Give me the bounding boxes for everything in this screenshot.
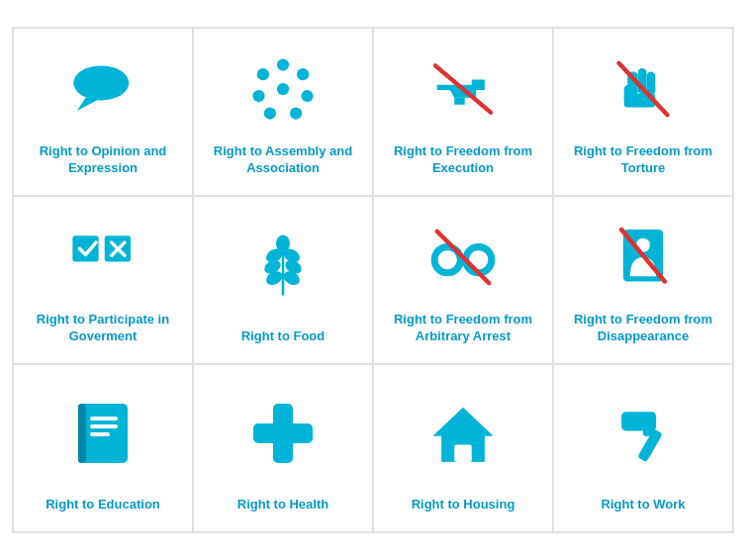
ballot-icon — [68, 223, 138, 292]
card-label: Right to Food — [241, 328, 325, 345]
card-food[interactable]: Right to Food — [193, 196, 373, 364]
svg-rect-39 — [90, 417, 118, 420]
card-label: Right to Education — [46, 497, 160, 513]
svg-rect-38 — [78, 404, 86, 463]
icon-area — [564, 380, 722, 487]
hammer-icon — [608, 399, 678, 468]
card-label: Right to Participate in Goverment — [24, 312, 182, 345]
card-work[interactable]: Right to Work — [553, 364, 733, 532]
hand-banned-icon — [608, 54, 678, 124]
house-icon — [428, 399, 498, 468]
svg-point-9 — [277, 82, 289, 94]
book-icon — [68, 399, 138, 468]
svg-point-5 — [290, 107, 302, 119]
svg-rect-43 — [253, 423, 313, 443]
card-label: Right to Freedom from Arbitrary Arrest — [384, 312, 542, 345]
card-label: Right to Freedom from Disappearance — [564, 312, 722, 345]
svg-point-0 — [73, 65, 129, 100]
card-freedom-execution[interactable]: Right to Freedom from Execution — [373, 28, 553, 196]
svg-rect-46 — [454, 444, 472, 462]
card-label: Right to Health — [237, 497, 328, 513]
card-label: Right to Assembly and Association — [204, 143, 362, 177]
svg-rect-41 — [90, 432, 110, 436]
speech-bubble-icon — [68, 54, 138, 124]
svg-rect-18 — [72, 235, 98, 261]
svg-rect-10 — [454, 97, 465, 104]
svg-marker-44 — [432, 408, 493, 436]
svg-point-8 — [257, 68, 269, 80]
svg-point-2 — [277, 58, 289, 70]
rights-grid: Right to Opinion and Expression Right to… — [12, 27, 734, 533]
svg-marker-1 — [77, 97, 99, 110]
svg-point-3 — [297, 68, 309, 80]
svg-point-7 — [252, 89, 264, 101]
card-freedom-torture[interactable]: Right to Freedom from Torture — [553, 28, 733, 196]
svg-point-29 — [276, 234, 290, 252]
card-label: Right to Housing — [412, 497, 515, 513]
icon-area — [24, 44, 182, 134]
card-label: Right to Work — [602, 497, 686, 513]
icon-area — [384, 380, 542, 487]
icon-area — [384, 212, 542, 302]
card-assembly-association[interactable]: Right to Assembly and Association — [193, 28, 373, 196]
card-freedom-arrest[interactable]: Right to Freedom from Arbitrary Arrest — [373, 196, 553, 364]
svg-point-4 — [301, 89, 313, 101]
icon-area — [204, 212, 362, 319]
icon-area — [24, 212, 182, 302]
card-housing[interactable]: Right to Housing — [373, 364, 553, 532]
svg-point-31 — [466, 246, 492, 272]
card-participate-government[interactable]: Right to Participate in Goverment — [13, 196, 193, 364]
svg-point-6 — [264, 107, 276, 119]
card-opinion-expression[interactable]: Right to Opinion and Expression — [13, 28, 193, 196]
card-health[interactable]: Right to Health — [193, 364, 373, 532]
icon-area — [24, 380, 182, 487]
svg-rect-49 — [643, 427, 655, 436]
card-freedom-disappearance[interactable]: Right to Freedom from Disappearance — [553, 196, 733, 364]
person-banned-icon — [608, 223, 678, 292]
svg-rect-40 — [90, 424, 118, 428]
card-education[interactable]: Right to Education — [13, 364, 193, 532]
icon-area — [564, 44, 722, 134]
icon-area — [564, 212, 722, 302]
dots-circle-icon — [248, 54, 318, 124]
icon-area — [204, 380, 362, 487]
gun-banned-icon — [428, 54, 498, 124]
card-label: Right to Opinion and Expression — [24, 143, 182, 177]
icon-area — [204, 44, 362, 134]
card-label: Right to Freedom from Execution — [384, 143, 542, 177]
icon-area — [384, 44, 542, 134]
card-label: Right to Freedom from Torture — [564, 143, 722, 177]
handcuffs-banned-icon — [428, 223, 498, 292]
wheat-icon — [248, 231, 318, 300]
cross-icon — [248, 399, 318, 468]
